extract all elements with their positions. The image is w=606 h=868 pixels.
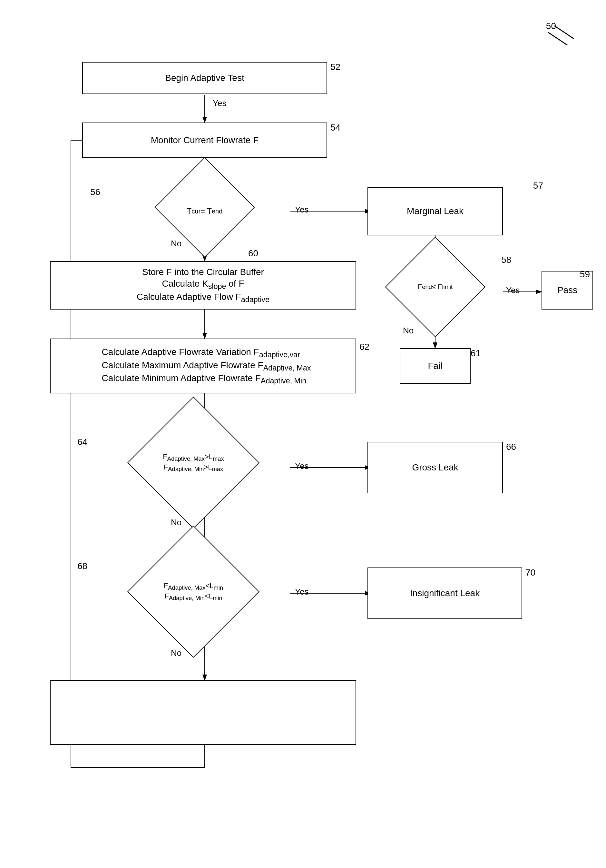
num-64: 64 (77, 437, 87, 447)
label-no-tcur: No (171, 239, 181, 249)
diamond-gross: FAdaptive, Max>Lmax FAdaptive, Min>Lmax (97, 413, 290, 513)
num-68: 68 (77, 561, 87, 571)
diamond-fend: Fend ≤ Flimit (367, 251, 503, 322)
box-insignificant-leak: Insignificant Leak (367, 567, 522, 619)
num-54: 54 (330, 122, 340, 133)
num-52: 52 (330, 62, 340, 72)
box-bottom-loop (50, 680, 356, 745)
num-66: 66 (506, 442, 516, 452)
label-yes-gross: Yes (295, 461, 308, 471)
svg-line-14 (555, 26, 574, 39)
label-no-insig: No (171, 648, 181, 658)
label-yes-insig: Yes (295, 587, 308, 597)
diamond-tcur: Tcur = Tend (108, 184, 301, 239)
ref-50: 50 (546, 21, 556, 31)
num-56: 56 (90, 187, 100, 197)
num-57: 57 (533, 181, 543, 191)
box-monitor-flowrate: Monitor Current Flowrate F (82, 122, 327, 158)
box-gross-leak: Gross Leak (367, 442, 503, 493)
num-62: 62 (360, 342, 369, 352)
diamond-insig: FAdaptive, Max<Lmin FAdaptive, Min<Lmin (97, 542, 290, 642)
diagram-container: 50 Begin Adaptive Test 52 Yes Monitor Cu… (0, 0, 606, 868)
box-store-calc: Store F into the Circular Buffer Calcula… (50, 261, 356, 310)
num-70: 70 (525, 567, 535, 578)
svg-line-15 (548, 32, 567, 45)
label-yes-fend: Yes (506, 285, 519, 295)
num-61: 61 (471, 348, 480, 358)
label-no-gross: No (171, 518, 181, 527)
label-no-fend: No (403, 326, 414, 336)
box-calc-variation: Calculate Adaptive Flowrate Variation Fa… (50, 339, 356, 394)
num-58: 58 (501, 255, 511, 265)
num-59: 59 (580, 269, 590, 279)
box-begin-adaptive-test: Begin Adaptive Test (82, 62, 327, 94)
num-60: 60 (248, 248, 258, 259)
label-yes-begin: Yes (213, 98, 226, 108)
label-yes-tcur: Yes (295, 205, 308, 215)
box-fail: Fail (400, 348, 471, 384)
box-marginal-leak: Marginal Leak (367, 187, 503, 236)
